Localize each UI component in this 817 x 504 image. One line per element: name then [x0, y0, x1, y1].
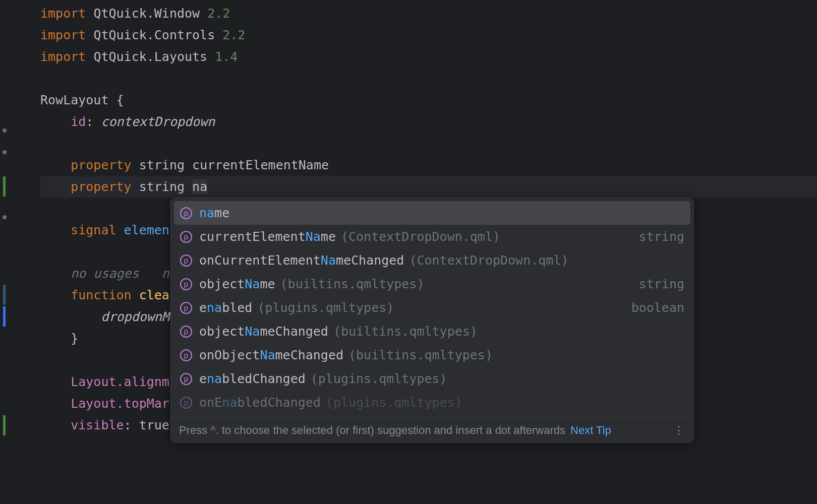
type-name: RowLayout — [40, 93, 108, 107]
version-number: 2.2 — [207, 6, 230, 21]
code-line[interactable]: import QtQuick.Layouts 1.4 — [40, 46, 817, 68]
property-name: currentElementName — [192, 158, 329, 172]
completion-source: (plugins.qmltypes) — [311, 371, 447, 386]
completion-item[interactable]: p objectNameChanged(builtins.qmltypes) — [174, 320, 690, 343]
type-name: string — [139, 158, 185, 172]
code-line[interactable]: property string currentElementName — [40, 154, 817, 176]
completion-source: (builtins.qmltypes) — [348, 348, 493, 362]
code-completion-popup[interactable]: p name p currentElementName(ContextDropD… — [170, 198, 694, 443]
version-number: 2.2 — [222, 28, 245, 42]
keyword-property: property — [71, 179, 131, 194]
property-value: contextDropdown — [101, 114, 215, 129]
keyword-import: import — [40, 6, 86, 21]
signal-name: elemen — [124, 223, 169, 237]
gutter-change-marker — [3, 415, 6, 435]
gutter-change-marker — [3, 285, 6, 305]
completion-item-selected[interactable]: p name — [174, 201, 690, 225]
function-name: clea — [139, 288, 169, 302]
keyword-signal: signal — [71, 223, 116, 237]
keyword-import: import — [40, 49, 86, 64]
completion-label: onObjectNameChanged(builtins.qmltypes) — [199, 348, 684, 362]
property-key: Layout.alignm — [71, 374, 169, 389]
gutter-change-marker — [3, 176, 6, 197]
type-name: string — [139, 179, 185, 194]
completion-label: onEnabledChanged(plugins.qmltypes) — [199, 395, 684, 410]
code-line-current[interactable]: property string na — [40, 176, 817, 198]
gutter-dot-icon — [3, 150, 7, 154]
completion-label: enabledChanged(plugins.qmltypes) — [199, 371, 684, 386]
code-line[interactable] — [40, 68, 817, 89]
code-line[interactable] — [40, 133, 817, 154]
inline-hint-usages[interactable]: no usages — [71, 266, 139, 281]
completion-type: string — [629, 277, 684, 291]
gutter-change-marker — [3, 306, 6, 327]
completion-label: objectName(builtins.qmltypes) — [199, 277, 629, 291]
typing-partial: na — [192, 179, 207, 194]
keyword-import: import — [40, 28, 86, 42]
completion-source: (ContextDropDown.qml) — [409, 253, 568, 268]
property-icon: p — [180, 397, 192, 409]
code-line[interactable]: id: contextDropdown — [40, 111, 817, 133]
completion-item[interactable]: p objectName(builtins.qmltypes) string — [174, 272, 690, 296]
brace: } — [71, 331, 78, 346]
completion-item[interactable]: p onObjectNameChanged(builtins.qmltypes) — [174, 343, 690, 367]
completion-item[interactable]: p currentElementName(ContextDropDown.qml… — [174, 225, 690, 248]
completion-footer-hint: Press ^. to choose the selected (or firs… — [179, 424, 565, 437]
property-icon: p — [180, 373, 192, 385]
code-line[interactable]: import QtQuick.Controls 2.2 — [40, 24, 817, 46]
property-icon: p — [180, 326, 192, 338]
next-tip-link[interactable]: Next Tip — [570, 424, 611, 437]
module-name: QtQuick.Controls — [93, 28, 215, 42]
property-key: id — [71, 114, 86, 129]
completion-item[interactable]: p onCurrentElementNameChanged(ContextDro… — [174, 248, 690, 272]
completion-item[interactable]: p enabled(plugins.qmltypes) boolean — [174, 296, 690, 320]
completion-label: currentElementName(ContextDropDown.qml) — [199, 229, 629, 244]
property-icon: p — [180, 278, 192, 290]
completion-footer: Press ^. to choose the selected (or firs… — [171, 417, 693, 443]
completion-label: objectNameChanged(builtins.qmltypes) — [199, 324, 684, 339]
gutter-dot-icon — [3, 215, 7, 219]
code-line[interactable]: RowLayout { — [40, 89, 817, 111]
property-icon: p — [180, 302, 192, 314]
completion-source: (builtins.qmltypes) — [333, 324, 478, 339]
version-number: 1.4 — [215, 49, 238, 64]
completion-label: enabled(plugins.qmltypes) — [199, 300, 621, 315]
completion-item[interactable]: p enabledChanged(plugins.qmltypes) — [174, 367, 690, 391]
property-icon: p — [180, 349, 192, 361]
module-name: QtQuick.Layouts — [93, 49, 207, 64]
completion-source: (builtins.qmltypes) — [280, 277, 425, 291]
code-line[interactable]: import QtQuick.Window 2.2 — [40, 3, 817, 24]
module-name: QtQuick.Window — [93, 6, 200, 21]
property-icon: p — [180, 207, 192, 219]
completion-source: (plugins.qmltypes) — [257, 300, 394, 315]
colon: : — [124, 418, 132, 432]
property-icon: p — [180, 231, 192, 243]
completion-label: name — [199, 206, 684, 220]
completion-item[interactable]: p onEnabledChanged(plugins.qmltypes) — [174, 391, 690, 414]
property-key: visible — [71, 418, 124, 432]
keyword-property: property — [71, 158, 131, 172]
more-options-icon[interactable]: ⋮ — [673, 424, 685, 437]
property-key: Layout.topMar — [71, 396, 169, 411]
expression: dropdownM — [101, 309, 169, 324]
completion-source: (plugins.qmltypes) — [326, 395, 462, 410]
completion-type: boolean — [621, 300, 684, 315]
completion-label: onCurrentElementNameChanged(ContextDropD… — [199, 253, 684, 268]
gutter-dot-icon — [3, 129, 7, 133]
editor-gutter — [0, 0, 40, 504]
completion-type: string — [629, 229, 684, 244]
brace: { — [116, 93, 124, 107]
completion-list[interactable]: p name p currentElementName(ContextDropD… — [171, 198, 693, 417]
property-icon: p — [180, 255, 192, 267]
completion-source: (ContextDropDown.qml) — [341, 229, 500, 244]
property-value: true — [139, 418, 169, 432]
keyword-function: function — [71, 288, 131, 302]
